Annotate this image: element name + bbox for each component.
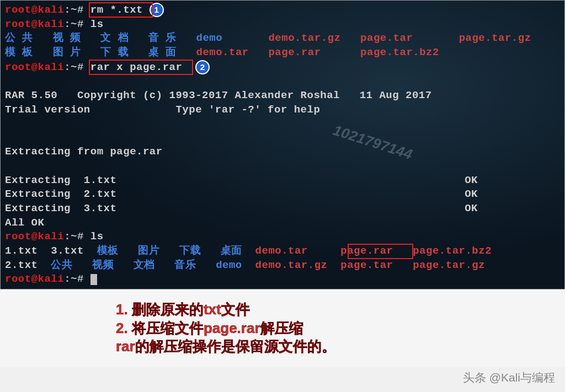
ls2-row1: 1.txt 3.txt 模板 图片 下载 桌面 demo.tar page.ra… bbox=[5, 244, 560, 259]
annotation-panel: 1. 删除原来的txt文件 2. 将压缩文件page.rar解压缩 rar的解压… bbox=[0, 289, 565, 367]
badge-2: 2 bbox=[195, 60, 210, 74]
rar-header-2: Trial version Type 'rar -?' for help bbox=[5, 103, 560, 117]
rar-header-1: RAR 5.50 Copyright (c) 1993-2017 Alexand… bbox=[5, 89, 560, 103]
cmd-ls2: ls bbox=[90, 230, 104, 243]
annotation-line-3: rar的解压缩操作是保留源文件的。 bbox=[116, 337, 565, 356]
cmd-ls1: ls bbox=[90, 18, 104, 30]
rar-done: All OK bbox=[5, 216, 560, 230]
rar-extract-1: Extracting 1.txt OK bbox=[5, 174, 560, 188]
prompt-sep: : bbox=[64, 4, 71, 16]
prompt-user: root@kali bbox=[5, 4, 64, 16]
prompt-line-ls2: root@kali:~# ls bbox=[5, 230, 560, 244]
prompt-sigil: # bbox=[77, 4, 90, 16]
rar-extract-3: Extracting 3.txt OK bbox=[5, 202, 560, 216]
ls1-row2: 模 板 图 片 下 载 桌 面 demo.tar page.rar page.t… bbox=[5, 46, 560, 60]
cmd-rar: rar x page.rar bbox=[90, 61, 183, 73]
annotation-line-2: 2. 将压缩文件page.rar解压缩 bbox=[116, 319, 565, 338]
prompt-line-rm: root@kali:~# rm *.txt 1 bbox=[5, 3, 560, 18]
rar-extract-2: Extracting 2.txt OK bbox=[5, 187, 560, 202]
badge-1: 1 bbox=[150, 3, 164, 17]
annotation-line-1: 1. 删除原来的txt文件 bbox=[116, 300, 565, 319]
cursor bbox=[90, 274, 97, 285]
ls2-row2: 2.txt 公共 视频 文档 音乐 demo demo.tar.gz page.… bbox=[5, 259, 560, 273]
ls1-row1: 公 共 视 频 文 档 音 乐 demo demo.tar.gz page.ta… bbox=[5, 31, 560, 46]
prompt-path: ~ bbox=[71, 4, 77, 16]
footer-credit: 头条 @Kali与编程 bbox=[463, 370, 555, 385]
prompt-line-rar: root@kali:~# rar x page.rar 2 bbox=[5, 60, 560, 75]
rar-extract-from: Extracting from page.rar bbox=[5, 145, 560, 159]
prompt-line-final[interactable]: root@kali:~# bbox=[5, 272, 560, 287]
terminal-window[interactable]: 1021797144 root@kali:~# rm *.txt 1 root@… bbox=[0, 0, 565, 289]
cmd-rm: rm *.txt bbox=[90, 4, 143, 16]
prompt-line-ls1: root@kali:~# ls bbox=[5, 18, 560, 32]
